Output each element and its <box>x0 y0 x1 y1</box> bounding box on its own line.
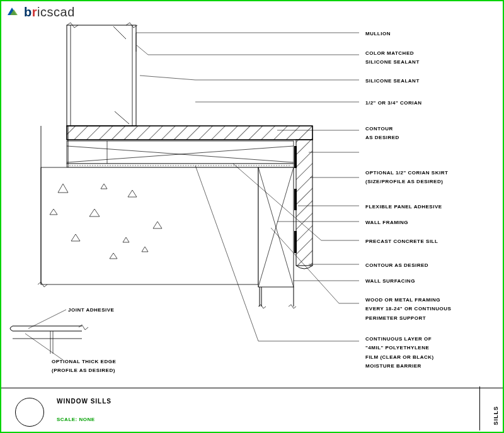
detail-thick-edge <box>10 310 88 360</box>
label-corian-skirt: OPTIONAL 1/2" CORIAN SKIRT(SIZE/PROFILE … <box>365 169 448 187</box>
logo-icon <box>6 6 18 20</box>
label-silicone-sealant: SILICONE SEALANT <box>365 77 420 86</box>
label-corian-thickness: 1/2" OR 3/4" CORIAN <box>365 99 422 108</box>
svg-rect-9 <box>67 126 312 140</box>
drawing-canvas: MULLION COLOR MATCHEDSILICONE SEALANT SI… <box>6 20 498 379</box>
app-logo: bricscad <box>6 5 75 20</box>
mullion-section <box>67 23 137 126</box>
logo-text: bricscad <box>24 5 75 19</box>
label-poly-film: CONTINUOUS LAYER OF"4MIL" POLYETHYLENEFI… <box>365 335 434 371</box>
label-framing-support: WOOD OR METAL FRAMINGEVERY 18-24" OR CON… <box>365 296 451 323</box>
label-wall-framing: WALL FRAMING <box>365 218 408 227</box>
svg-rect-4 <box>67 25 136 126</box>
precast-sill-body <box>67 141 294 167</box>
label-precast-sill: PRECAST CONCRETE SILL <box>365 237 438 246</box>
title-block: WINDOW SILLS SCALE: NONE <box>1 388 503 432</box>
cad-drawing <box>6 20 498 379</box>
label-contour-2: CONTOUR AS DESIRED <box>365 261 428 270</box>
wall-framing <box>258 167 296 308</box>
label-contour-1: CONTOURAS DESIRED <box>365 125 399 143</box>
corian-sill <box>67 126 312 140</box>
label-wall-surfacing: WALL SURFACING <box>365 277 415 286</box>
detail-marker-circle <box>15 398 44 427</box>
concrete-mass <box>41 167 258 284</box>
title-divider <box>479 386 480 430</box>
drawing-scale: SCALE: NONE <box>57 417 95 422</box>
label-joint-adhesive: JOINT ADHESIVE <box>68 306 114 315</box>
svg-rect-18 <box>67 141 294 164</box>
svg-line-48 <box>25 334 63 360</box>
page-root: bricscad <box>0 0 504 433</box>
drawing-title: WINDOW SILLS <box>57 398 112 405</box>
label-mullion: MULLION <box>365 30 391 38</box>
label-color-sealant: COLOR MATCHEDSILICONE SEALANT <box>365 49 420 67</box>
label-flex-adhesive: FLEXIBLE PANEL ADHESIVE <box>365 203 442 211</box>
sheet-side-label: SILLS <box>493 406 499 425</box>
label-thick-edge: OPTIONAL THICK EDGE(PROFILE AS DESIRED) <box>52 357 116 376</box>
svg-rect-11 <box>296 140 312 266</box>
corian-skirt <box>295 140 312 269</box>
